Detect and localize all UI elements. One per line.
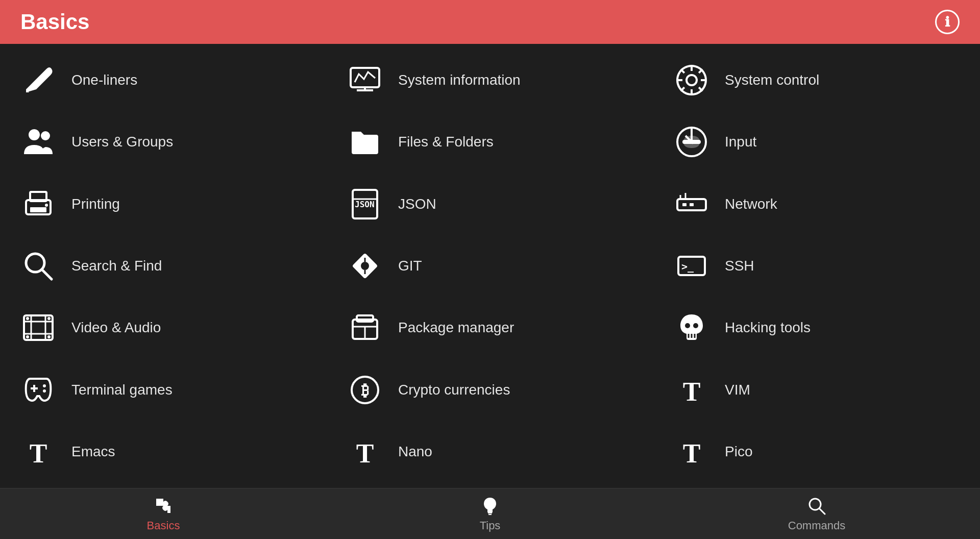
menu-item-hacking-tools[interactable]: Hacking tools — [653, 297, 980, 359]
menu-item-video-audio[interactable]: Video & Audio — [0, 297, 327, 359]
nav-item-basics[interactable]: Basics — [0, 496, 327, 532]
package-manager-icon — [347, 310, 383, 346]
bottom-navigation: Basics Tips Commands — [0, 488, 980, 539]
crypto-currencies-label: Crypto currencies — [398, 382, 510, 398]
pico-label: Pico — [725, 444, 752, 460]
ssh-label: SSH — [725, 258, 754, 274]
menu-item-printing[interactable]: Printing — [0, 173, 327, 235]
system-control-icon — [674, 62, 709, 98]
menu-item-vim[interactable]: T VIM — [653, 359, 980, 421]
svg-text:JSON: JSON — [355, 200, 375, 209]
nano-label: Nano — [398, 444, 432, 460]
menu-item-files-folders[interactable]: Files & Folders — [327, 111, 653, 173]
pico-icon: T — [674, 434, 709, 470]
hacking-tools-label: Hacking tools — [725, 320, 811, 336]
vim-icon: T — [674, 372, 709, 408]
svg-line-56 — [819, 508, 825, 514]
svg-line-21 — [42, 270, 52, 279]
svg-text:₿: ₿ — [361, 381, 369, 398]
basics-nav-label: Basics — [147, 519, 180, 532]
vim-label: VIM — [725, 382, 750, 398]
one-liners-icon — [20, 62, 56, 98]
users-groups-label: Users & Groups — [71, 134, 173, 150]
menu-item-crypto-currencies[interactable]: ₿ Crypto currencies — [327, 359, 653, 421]
terminal-games-icon — [20, 372, 56, 408]
tips-nav-label: Tips — [480, 519, 501, 532]
menu-item-system-information[interactable]: System information — [327, 49, 653, 111]
json-icon: JSON — [347, 186, 383, 222]
menu-item-users-groups[interactable]: Users & Groups — [0, 111, 327, 173]
menu-item-package-manager[interactable]: Package manager — [327, 297, 653, 359]
menu-item-network[interactable]: Network — [653, 173, 980, 235]
system-information-icon — [347, 62, 383, 98]
main-content: One-liners System information System con… — [0, 44, 980, 488]
svg-point-11 — [45, 204, 48, 207]
emacs-icon: T — [20, 434, 56, 470]
files-folders-icon — [347, 124, 383, 160]
system-control-label: System control — [725, 72, 819, 88]
git-icon — [347, 248, 383, 284]
nav-item-tips[interactable]: Tips — [327, 496, 653, 532]
commands-nav-label: Commands — [788, 519, 845, 532]
svg-rect-17 — [690, 203, 694, 206]
menu-item-system-control[interactable]: System control — [653, 49, 980, 111]
app-title: Basics — [20, 10, 89, 34]
svg-point-23 — [361, 262, 369, 270]
one-liners-label: One-liners — [71, 72, 137, 88]
video-audio-icon — [20, 310, 56, 346]
menu-item-ssh[interactable]: >_ SSH — [653, 235, 980, 297]
files-folders-label: Files & Folders — [398, 134, 494, 150]
svg-point-4 — [29, 129, 40, 140]
menu-item-json[interactable]: JSON JSON — [327, 173, 653, 235]
svg-text:T: T — [683, 439, 701, 468]
video-audio-label: Video & Audio — [71, 320, 161, 336]
svg-text:>_: >_ — [681, 260, 694, 273]
crypto-currencies-icon: ₿ — [347, 372, 383, 408]
svg-point-35 — [26, 335, 29, 338]
svg-point-33 — [26, 317, 29, 320]
printing-icon — [20, 186, 56, 222]
tips-nav-icon — [480, 496, 500, 516]
hacking-tools-icon — [674, 310, 709, 346]
svg-point-45 — [43, 384, 46, 387]
svg-text:T: T — [683, 377, 701, 406]
svg-point-34 — [47, 317, 51, 320]
input-label: Input — [725, 134, 756, 150]
app-header: Basics ℹ — [0, 0, 980, 44]
git-label: GIT — [398, 258, 422, 274]
menu-item-search-find[interactable]: Search & Find — [0, 235, 327, 297]
svg-text:T: T — [30, 439, 47, 468]
menu-item-input[interactable]: Input — [653, 111, 980, 173]
menu-item-emacs[interactable]: T Emacs — [0, 421, 327, 483]
network-label: Network — [725, 196, 777, 212]
search-find-label: Search & Find — [71, 258, 162, 274]
svg-rect-7 — [682, 140, 701, 144]
commands-nav-icon — [806, 496, 827, 516]
svg-point-3 — [687, 75, 697, 85]
search-find-icon — [20, 248, 56, 284]
terminal-games-label: Terminal games — [71, 382, 173, 398]
svg-point-5 — [41, 131, 50, 140]
svg-text:T: T — [356, 439, 374, 468]
svg-point-36 — [47, 335, 51, 338]
nav-item-commands[interactable]: Commands — [653, 496, 980, 532]
menu-item-nano[interactable]: T Nano — [327, 421, 653, 483]
menu-item-one-liners[interactable]: One-liners — [0, 49, 327, 111]
ssh-icon: >_ — [674, 248, 709, 284]
svg-point-41 — [685, 323, 690, 328]
svg-point-46 — [43, 389, 46, 393]
nano-icon: T — [347, 434, 383, 470]
printing-label: Printing — [71, 196, 120, 212]
menu-item-git[interactable]: GIT — [327, 235, 653, 297]
system-information-label: System information — [398, 72, 521, 88]
menu-item-terminal-games[interactable]: Terminal games — [0, 359, 327, 421]
svg-rect-16 — [682, 203, 687, 206]
menu-item-pico[interactable]: T Pico — [653, 421, 980, 483]
info-button[interactable]: ℹ — [935, 10, 960, 34]
input-icon — [674, 124, 709, 160]
network-icon — [674, 186, 709, 222]
svg-point-42 — [693, 323, 698, 328]
emacs-label: Emacs — [71, 444, 115, 460]
users-groups-icon — [20, 124, 56, 160]
json-label: JSON — [398, 196, 436, 212]
